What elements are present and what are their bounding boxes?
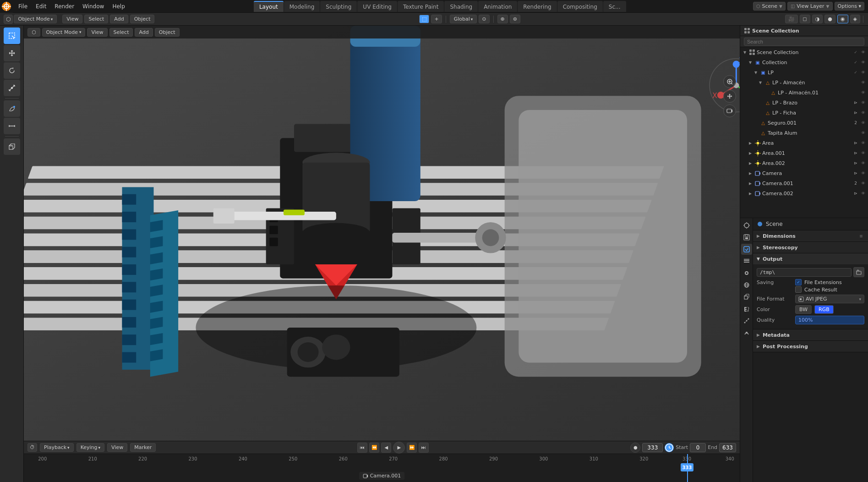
ficha-eye[interactable]: 👁 [860,110,866,116]
tapita-eye[interactable]: 👁 [860,130,866,136]
collection-check[interactable]: ✓ [852,59,859,66]
options-button[interactable]: Options ▾ [835,2,864,11]
expand-scene-collection[interactable]: ▼ [742,49,748,55]
expand-lp[interactable]: ▼ [753,70,759,75]
hide-icon[interactable]: 👁 [860,49,866,55]
menu-file[interactable]: File [15,2,31,11]
expand-ficha[interactable] [758,110,763,115]
expand-area[interactable]: ▶ [748,140,753,146]
cursor-tool[interactable]: + [431,15,442,23]
viewport-shading-3[interactable]: ● [824,15,835,23]
timeline-editor-type[interactable]: ⏱ [27,443,37,452]
outliner-search-input[interactable] [744,38,864,46]
object-props-icon[interactable] [741,291,752,302]
camera-view[interactable]: 🎥 [785,15,798,23]
object-vp[interactable]: Object [155,28,180,37]
file-format-dropdown[interactable]: AVI JPEG ▾ [795,295,864,303]
outliner-item-camera-001[interactable]: ▶ Camera.001 2 👁 [740,178,868,188]
camera-002-eye[interactable]: 👁 [860,190,866,197]
outliner-item-lp-almacen-01[interactable]: △ LP - Almacén.01 👁 [740,88,868,98]
select-box-tool[interactable] [4,27,20,44]
jump-end-button[interactable]: ⏭ [419,443,429,453]
scene-props-icon[interactable] [741,268,752,279]
move-tool[interactable] [4,45,20,61]
viewport-shading-5[interactable]: ◈ [850,15,860,23]
tab-animation[interactable]: Animation [478,1,517,12]
camera-001-eye[interactable]: 👁 [860,180,866,186]
output-header[interactable]: ▼ Output [753,253,868,264]
tab-compositing[interactable]: Compositing [557,1,603,12]
ficha-extra[interactable]: ⊳ [852,110,859,116]
metadata-header[interactable]: ▶ Metadata [753,329,868,340]
expand-collection[interactable]: ▼ [748,60,753,65]
path-browse-button[interactable] [853,267,864,277]
expand-camera-001[interactable]: ▶ [748,181,753,186]
select-menu[interactable]: Select [84,15,108,23]
editor-type-button[interactable]: ⬡ [27,28,40,37]
scene-selector[interactable]: ⬡ Scene ▼ [753,2,786,11]
expand-seguro[interactable] [753,120,759,126]
keying-menu[interactable]: Keying ▾ [76,443,104,452]
add-vp[interactable]: Add [135,28,153,37]
outliner-item-lp-ficha[interactable]: △ LP - Ficha ⊳ 👁 [740,108,868,118]
render-props-icon[interactable] [741,220,752,231]
jump-start-button[interactable]: ⏮ [357,443,367,453]
camera-001-extra[interactable]: 2 [852,180,859,186]
outliner-item-camera-002[interactable]: ▶ Camera.002 ⊳ 👁 [740,188,868,198]
pivot-button[interactable]: ⊙ [479,15,489,23]
playback-menu[interactable]: Playback ▾ [40,443,74,452]
physics-icon[interactable] [741,327,752,338]
color-rgb-button[interactable]: RGB [814,305,834,314]
zoom-in-button[interactable] [723,75,736,88]
expand-area-002[interactable]: ▶ [748,160,753,166]
lp-eye[interactable]: 👁 [860,69,866,76]
viewport-3d[interactable]: Z Y X [24,26,740,482]
measure-tool[interactable] [4,118,20,134]
object-mode-dropdown[interactable]: Object Mode ▾ [14,15,57,23]
camera-toggle-button[interactable] [723,104,736,117]
cache-result-checkbox[interactable] [795,286,802,293]
pan-button[interactable] [723,90,736,103]
outliner-item-tapita[interactable]: △ Tapita Alum 👁 [740,128,868,138]
view-layer-selector[interactable]: ◫ View Layer ▼ [787,2,833,11]
select-tool-icon[interactable]: ⬚ [419,15,429,23]
tab-shading[interactable]: Shading [444,1,478,12]
dimensions-list-icon[interactable]: ≡ [858,233,864,239]
brazo-extra[interactable]: ⊳ [852,99,859,106]
area-extra[interactable]: ⊳ [852,140,859,146]
add-cube-tool[interactable] [4,138,20,155]
expand-almacen[interactable]: ▼ [758,80,763,85]
menu-window[interactable]: Window [79,2,108,11]
add-keyframe-dot[interactable]: ● [630,443,640,453]
menu-edit[interactable]: Edit [32,2,50,11]
tab-texture-paint[interactable]: Texture Paint [398,1,444,12]
tab-modeling[interactable]: Modeling [284,1,320,12]
expand-camera[interactable]: ▶ [748,170,753,176]
prev-keyframe-button[interactable]: ⏪ [369,443,379,453]
quality-slider[interactable]: 100% [795,316,864,324]
output-props-icon[interactable] [741,232,752,243]
seguro-eye[interactable]: 👁 [860,120,866,126]
expand-almacen-01[interactable] [763,90,769,95]
almacen-01-eye[interactable]: 👁 [860,89,866,96]
area-002-eye[interactable]: 👁 [860,160,866,166]
file-extensions-checkbox[interactable]: ✓ [795,279,802,285]
rotate-tool[interactable] [4,62,20,79]
viewport-shading-1[interactable]: ◻ [800,15,810,23]
playhead[interactable]: 333 [687,454,688,482]
play-backward-button[interactable]: ◀ [381,443,391,453]
mode-selector-vp[interactable]: Object Mode ▾ [42,28,86,37]
expand-brazo[interactable] [758,100,763,105]
tab-uv-editing[interactable]: UV Editing [357,1,397,12]
brazo-eye[interactable]: 👁 [860,99,866,106]
tab-rendering[interactable]: Rendering [518,1,557,12]
view-menu[interactable]: View [62,15,82,23]
outliner-item-lp-almacen[interactable]: ▼ △ LP - Almacén 👁 [740,77,868,88]
timeline-track[interactable]: 200 210 220 230 240 250 260 270 280 290 … [24,454,740,482]
seguro-extra[interactable]: 2 [852,120,859,126]
viewport-shading-2[interactable]: ◑ [812,15,823,23]
camera-002-extra[interactable]: ⊳ [852,190,859,197]
play-button[interactable]: ▶ [393,442,405,454]
transform-dropdown[interactable]: Global ▾ [450,15,477,23]
outliner-item-area-002[interactable]: ▶ Area.002 ⊳ 👁 [740,158,868,168]
